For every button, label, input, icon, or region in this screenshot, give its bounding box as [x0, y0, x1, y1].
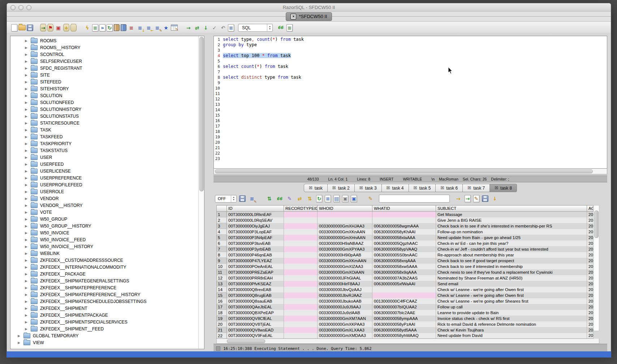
table-row[interactable]: 1400T3000000Q8rexEAB0033000000JbvQzAAJCh…: [217, 287, 594, 292]
tree-item[interactable]: ▶ZKFEDEX__CUSTOMADDRESSSOURCE: [10, 257, 204, 264]
edit-table-icon[interactable]: ✎: [171, 25, 178, 31]
save-icon[interactable]: [27, 25, 33, 31]
tree-item[interactable]: ▶USERPROFILEFEED: [10, 181, 204, 188]
result-tab[interactable]: ☒task 5: [409, 184, 436, 192]
disclosure-triangle-icon[interactable]: ▶: [25, 327, 28, 331]
table-row[interactable]: 1100T3000000PREZaEAP0033000000GmXOiAAN00…: [217, 269, 594, 275]
options-list-icon[interactable]: ≡: [92, 24, 98, 31]
disclosure-triangle-icon[interactable]: ▶: [25, 183, 28, 187]
disclosure-triangle-icon[interactable]: ▶: [25, 293, 28, 296]
disclosure-triangle-icon[interactable]: ▶: [25, 101, 28, 104]
tree-item[interactable]: ▶W50_INVOICE: [10, 229, 204, 236]
grid-cell[interactable]: 200: [587, 310, 594, 316]
disclosure-triangle-icon[interactable]: ▶: [25, 313, 28, 317]
favorites-star-icon[interactable]: ★: [162, 24, 170, 31]
table-row[interactable]: 300T3000000OiyJgEAJ0033000000GmXHJAA3006…: [217, 223, 594, 229]
disclosure-triangle-icon[interactable]: ▶: [25, 211, 28, 214]
grid-cell[interactable]: Check back to see if good target prospec…: [436, 258, 587, 264]
grid-cell[interactable]: 00T3000000QV8CfEAL: [227, 316, 284, 321]
grid-cell[interactable]: 006300000058ypVAAQ: [372, 246, 436, 252]
grid-cell[interactable]: Need update from Bain - gave go ahead 1/…: [436, 235, 587, 240]
grid-cell[interactable]: [284, 327, 318, 333]
result-grid[interactable]: IDRECORDTYPEIDWHOIDWHATIDSUBJECTAC100T30…: [216, 205, 594, 339]
tree-item[interactable]: ▶VIEW: [10, 339, 204, 346]
disclosure-triangle-icon[interactable]: ▶: [25, 149, 28, 152]
tree-scrollbar-thumb[interactable]: [199, 37, 204, 191]
grid-cell[interactable]: Check nexis to see if they've found a re…: [436, 269, 587, 275]
tree-item[interactable]: ▶W50_GROUP: [10, 216, 204, 222]
grid-cell[interactable]: 00T3000000QV8TjEAL: [227, 321, 284, 327]
table-row[interactable]: 600T3000000P3tuvEAB0033000000H9aNBAAZ006…: [217, 240, 594, 246]
grid-cell[interactable]: Check back in to see if she's interested…: [436, 223, 587, 229]
tree-item[interactable]: ▶SITE: [10, 72, 204, 78]
tree-item[interactable]: ▶SOLUTION: [10, 92, 204, 99]
grid-cell[interactable]: 0033000000JFhGlAAL: [318, 275, 372, 281]
table-row[interactable]: 2200T3000000QV9FaEAL0033000000GmXMDAA300…: [217, 333, 594, 339]
grid-cell[interactable]: 00T3000000QAeJbEAL: [227, 304, 284, 310]
grid-cell[interactable]: 0033000000GmXKnAAN: [318, 229, 372, 235]
translate-icon[interactable]: 66: [277, 24, 284, 31]
grid-cell[interactable]: 00T3000000PfvKSEAZ: [227, 281, 284, 287]
grid-cell[interactable]: [372, 292, 436, 298]
zoom-window-button[interactable]: [26, 5, 31, 10]
disclosure-triangle-icon[interactable]: ▶: [25, 279, 28, 283]
edit-lines-icon[interactable]: ≡✎: [154, 24, 161, 31]
grid-cell[interactable]: [284, 321, 318, 327]
grid-cell[interactable]: 00630000005xfWaAAI: [372, 281, 436, 287]
grid-cell[interactable]: 0033000000H9i0pAAB: [318, 252, 372, 258]
disclosure-triangle-icon[interactable]: ▶: [25, 169, 28, 173]
close-window-button[interactable]: [10, 5, 16, 10]
disclosure-triangle-icon[interactable]: ▶: [25, 259, 28, 262]
grid-column-header[interactable]: WHATID: [372, 205, 436, 212]
disclosure-triangle-icon[interactable]: ▶: [25, 320, 28, 324]
grid-hscrollbar-thumb[interactable]: [227, 339, 265, 343]
result-tab[interactable]: ☒task 8: [490, 184, 517, 192]
execute-bolt-icon[interactable]: ϟ: [83, 24, 91, 31]
grid-cell[interactable]: [284, 223, 318, 229]
grid-cell[interactable]: [284, 212, 318, 217]
tree-item[interactable]: ▶SOLUTIONFEED: [10, 99, 204, 106]
disclosure-triangle-icon[interactable]: ▶: [25, 217, 28, 221]
insert-arrows-icon[interactable]: ⇄: [296, 195, 303, 203]
grid-cell[interactable]: 00T3000000P3N4pEAF: [227, 235, 284, 240]
grid-search-input[interactable]: [379, 195, 450, 203]
grid-cell[interactable]: 200: [587, 292, 594, 298]
result-tab[interactable]: ☒task 6: [436, 184, 463, 192]
grid-cell[interactable]: 00630000007blc2AAE: [372, 310, 436, 316]
grid-cell[interactable]: 00T3000000L0RknEAF: [227, 212, 284, 217]
grid-cell[interactable]: 00T3000000PREZaEAP: [227, 269, 284, 275]
tree-item[interactable]: ▶ROOMS__HISTORY: [10, 44, 204, 51]
journal-book-icon[interactable]: [114, 24, 120, 31]
grid-cell[interactable]: [284, 281, 318, 287]
disclosure-triangle-icon[interactable]: ▶: [25, 121, 28, 125]
disclosure-triangle-icon[interactable]: ▶: [18, 341, 21, 344]
table-row[interactable]: 400T3000000P3LopEAF0033000000GmXKnAAN006…: [217, 229, 594, 235]
grid-cell[interactable]: 200: [587, 304, 594, 310]
grid-cell[interactable]: [284, 235, 318, 240]
grid-cell[interactable]: [284, 264, 318, 269]
grid-cell[interactable]: 200: [587, 246, 594, 252]
view-66-icon[interactable]: 66: [276, 195, 283, 203]
grid-cell[interactable]: Leanne to provide update to Bain: [436, 310, 587, 316]
tree-item[interactable]: ▶TASKPRIORITY: [10, 140, 204, 147]
grid-vscrollbar[interactable]: [594, 205, 599, 331]
grid-cell[interactable]: Re-approach about membership this year: [436, 252, 587, 258]
grid-cell[interactable]: [318, 217, 372, 223]
grid-cell[interactable]: 0033000000GmXM7AAN: [318, 316, 372, 321]
copy-pencil-icon[interactable]: ✎: [286, 195, 293, 203]
grid-cell[interactable]: 200: [587, 264, 594, 269]
grid-cell[interactable]: 0033000000JbukoAAB: [318, 298, 372, 304]
tree-item[interactable]: ▶ZKFEDEX__SHIPMENTSPECIALSERVICES: [10, 318, 204, 325]
grid-cell[interactable]: 006300000058yhWAAQ: [372, 333, 436, 339]
copy-page-icon[interactable]: ▣: [342, 195, 348, 202]
grid-cell[interactable]: [284, 275, 318, 281]
grid-cell[interactable]: 00T3000000QV8wsEAD: [227, 327, 284, 333]
grid-cell[interactable]: [284, 310, 318, 316]
grid-vscrollbar-thumb[interactable]: [594, 211, 599, 238]
grid-cell[interactable]: 00630000005QgzhAAC: [372, 240, 436, 246]
grid-cell[interactable]: 00T3000000P3tuvEAB: [227, 240, 284, 246]
log-note-icon[interactable]: ≡: [228, 24, 234, 31]
grid-cell[interactable]: 200: [587, 217, 594, 223]
tree-item[interactable]: ▶ROOMS: [10, 37, 204, 44]
grid-cell[interactable]: 200: [587, 223, 594, 229]
